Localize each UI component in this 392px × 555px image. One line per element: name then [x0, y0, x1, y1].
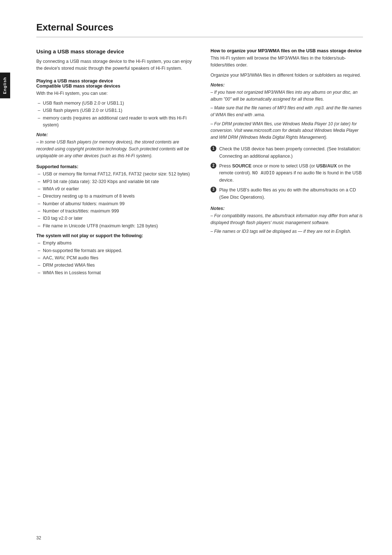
- step-3: 3 Play the USB's audio files as you do w…: [211, 187, 363, 201]
- list-item: memory cards (requires an additional car…: [36, 115, 196, 129]
- page-container: English External Sources Using a USB mas…: [0, 0, 392, 555]
- supported-formats-list: USB or memory file format FAT12, FAT16, …: [36, 171, 196, 230]
- right-notes2-label: Notes:: [211, 206, 363, 211]
- list-item: Empty albums: [36, 240, 196, 247]
- right-note-1: – Make sure that the file names of MP3 f…: [211, 105, 363, 118]
- usbaux-bold: USB/AUX: [316, 163, 336, 169]
- will-not-play-title: The system will not play or support the …: [36, 233, 196, 238]
- step-3-text: Play the USB's audio files as you do wit…: [219, 187, 356, 199]
- compatible-items-list: USB flash memory (USB 2.0 or USB1.1) USB…: [36, 100, 196, 129]
- playing-title: Playing a USB mass storage device Compat…: [36, 78, 196, 89]
- list-item: USB flash memory (USB 2.0 or USB1.1): [36, 100, 196, 107]
- sidebar-tab: English: [0, 73, 10, 98]
- steps-list: 1 Check the USB device has been properly…: [211, 146, 363, 201]
- right-note2-0: – For compatibility reasons, the album/t…: [211, 212, 363, 226]
- list-item: DRM protected WMA files: [36, 262, 196, 269]
- sidebar-tab-label: English: [3, 77, 7, 94]
- right-notes-label: Notes:: [211, 82, 363, 88]
- list-item: Non-supported file formats are skipped.: [36, 247, 196, 254]
- list-item: Directory nesting up to a maximum of 8 l…: [36, 193, 196, 200]
- list-item: File name in Unicode UTF8 (maximum lengt…: [36, 223, 196, 230]
- how-to-organize-text1: This Hi-Fi system will browse the MP3/WM…: [211, 55, 363, 69]
- list-item: WMA files in Lossless format: [36, 270, 196, 276]
- source-bold: SOURCE: [232, 163, 251, 169]
- will-not-play-list: Empty albums Non-supported file formats …: [36, 240, 196, 276]
- right-column: How to organize your MP3/WMA files on th…: [211, 48, 363, 280]
- how-to-organize-text2: Organize your MP3/WMA files in different…: [211, 72, 363, 79]
- note-label: Note:: [36, 132, 196, 137]
- compatible-intro: With the Hi-Fi system, you can use:: [36, 90, 196, 97]
- right-note-0: – If you have not organized MP3/WMA file…: [211, 89, 363, 102]
- note-block: Note: – In some USB flash players (or me…: [36, 132, 196, 159]
- step-2-text: Press SOURCE once or more to select USB …: [219, 163, 362, 183]
- right-notes-block: Notes: – If you have not organized MP3/W…: [211, 82, 363, 141]
- list-item: AAC, WAV, PCM audio files: [36, 255, 196, 262]
- list-item: Number of albums/ folders: maximum 99: [36, 200, 196, 207]
- intro-text: By connecting a USB mass storage device …: [36, 58, 196, 72]
- left-column: Using a USB mass storage device By conne…: [36, 48, 196, 280]
- page-number: 32: [36, 535, 41, 540]
- page-title: External Sources: [36, 22, 363, 37]
- step-1-number: 1: [211, 146, 216, 151]
- right-note2-1: – File names or ID3 tags will be display…: [211, 228, 363, 235]
- how-to-organize-title: How to organize your MP3/WMA files on th…: [211, 48, 363, 53]
- list-item: WMA v9 or earlier: [36, 186, 196, 193]
- note-text: – In some USB flash players (or memory d…: [36, 139, 196, 159]
- right-note-2: – For DRM protected WMA files, use Windo…: [211, 121, 363, 141]
- list-item: Number of tracks/titles: maximum 999: [36, 208, 196, 215]
- supported-formats-title: Supported formats:: [36, 164, 196, 169]
- list-item: ID3 tag v2.0 or later: [36, 215, 196, 222]
- list-item: USB or memory file format FAT12, FAT16, …: [36, 171, 196, 178]
- list-item: MP3 bit rate (data rate): 32-320 Kbps an…: [36, 178, 196, 185]
- step-1: 1 Check the USB device has been properly…: [211, 146, 363, 160]
- no-audio-monospace: NO AUDIO: [252, 170, 275, 175]
- step-2: 2 Press SOURCE once or more to select US…: [211, 163, 363, 184]
- step-1-text: Check the USB device has been properly c…: [219, 146, 361, 158]
- step-3-number: 3: [211, 187, 216, 193]
- step-2-number: 2: [211, 163, 216, 169]
- content-wrapper: Using a USB mass storage device By conne…: [36, 48, 363, 280]
- section-title: Using a USB mass storage device: [36, 48, 196, 54]
- list-item: USB flash players (USB 2.0 or USB1.1): [36, 107, 196, 114]
- right-notes2-block: Notes: – For compatibility reasons, the …: [211, 206, 363, 235]
